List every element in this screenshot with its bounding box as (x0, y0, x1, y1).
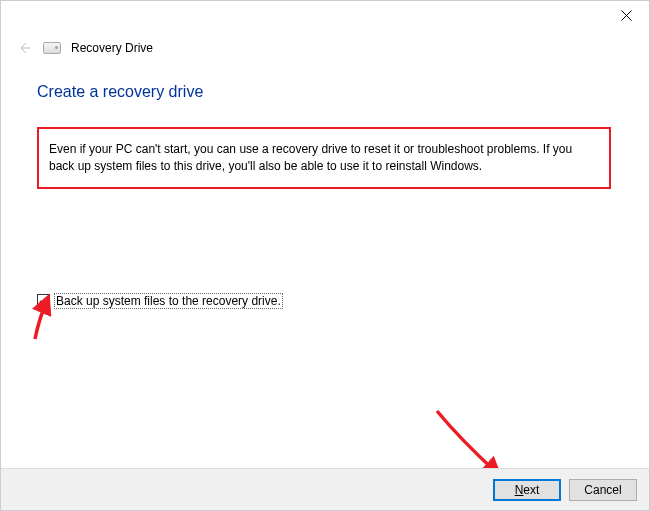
close-button[interactable] (617, 6, 635, 24)
wizard-button-bar: Next Cancel (1, 468, 649, 510)
page-description: Even if your PC can't start, you can use… (49, 141, 599, 175)
backup-checkbox-label[interactable]: Back up system files to the recovery dri… (54, 293, 283, 309)
backup-checkbox-row: Back up system files to the recovery dri… (37, 293, 613, 309)
wizard-content: Create a recovery drive Even if your PC … (1, 57, 649, 309)
recovery-drive-icon (43, 42, 61, 54)
next-button-label: Next (515, 483, 540, 497)
window-title: Recovery Drive (71, 41, 153, 55)
checkmark-icon (39, 296, 49, 306)
back-button[interactable] (15, 39, 33, 57)
backup-checkbox[interactable] (37, 294, 50, 307)
cancel-button-label: Cancel (584, 483, 621, 497)
page-heading: Create a recovery drive (37, 83, 613, 101)
close-icon (621, 10, 632, 21)
wizard-header: Recovery Drive (1, 31, 649, 57)
next-button[interactable]: Next (493, 479, 561, 501)
titlebar (1, 1, 649, 31)
cancel-button[interactable]: Cancel (569, 479, 637, 501)
back-arrow-icon (17, 41, 31, 55)
description-highlight-box: Even if your PC can't start, you can use… (37, 127, 611, 189)
